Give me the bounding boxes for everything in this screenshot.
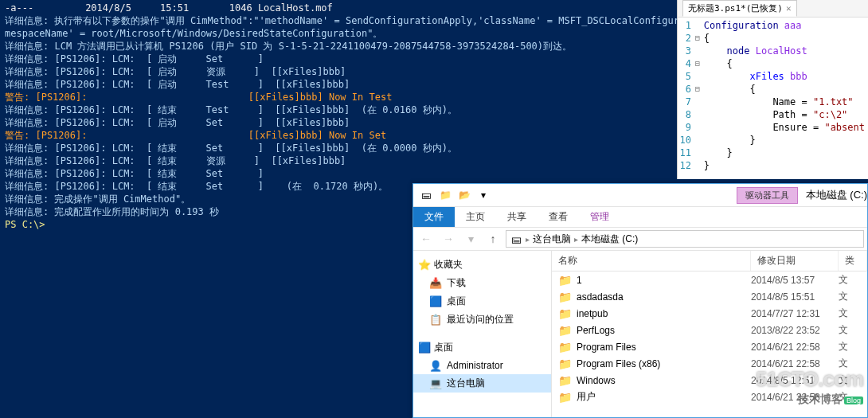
- col-name[interactable]: 名称: [552, 251, 751, 271]
- code-text[interactable]: Configuration aaa{ node LocalHost { xFil…: [701, 18, 868, 177]
- file-type: 文: [839, 307, 867, 320]
- crumb-drive[interactable]: 本地磁盘 (C:): [581, 232, 638, 246]
- window-title: 本地磁盘 (C:): [806, 188, 867, 202]
- file-date: 2013/8/22 23:52: [751, 325, 839, 336]
- props-icon[interactable]: ▾: [475, 187, 491, 203]
- file-explorer: 🖴 📁 📂 ▾ 驱动器工具 本地磁盘 (C:) 文件 主页 共享 查看 管理 ←…: [412, 183, 868, 418]
- tab-title: 无标题3.ps1*(已恢复): [688, 2, 783, 14]
- up-button[interactable]: ↑: [483, 229, 502, 248]
- nav-favorites[interactable]: ⭐收藏夹: [413, 256, 551, 274]
- file-pane: 名称 修改日期 类 📁12014/8/5 13:57文📁asdadasda201…: [552, 251, 867, 417]
- nav-admin[interactable]: 👤Administrator: [413, 357, 551, 374]
- nav-desktop[interactable]: 🟦桌面: [413, 292, 551, 311]
- file-name: 1: [577, 275, 582, 286]
- file-date: 2014/6/21 22:58: [751, 392, 839, 403]
- file-type: 文: [839, 273, 867, 287]
- file-name: Windows: [577, 375, 616, 386]
- editor-tabs: 无标题3.ps1*(已恢复) ✕: [678, 0, 868, 18]
- drive-icon: 🖴: [510, 232, 522, 245]
- line-gutter: 123456789101112: [678, 18, 694, 177]
- tab-file[interactable]: 文件: [413, 207, 455, 227]
- desktop-icon: 🟦: [418, 342, 431, 354]
- pc-icon: 💻: [429, 377, 442, 390]
- open-icon[interactable]: 📂: [456, 187, 472, 203]
- file-type: 文: [839, 323, 867, 337]
- table-row[interactable]: 📁Program Files2014/6/21 22:58文: [552, 338, 867, 355]
- file-date: 2014/8/5 12:51: [751, 375, 839, 386]
- fold-gutter[interactable]: ⊟ ⊟ ⊟: [694, 18, 701, 177]
- star-icon: ⭐: [418, 259, 431, 272]
- desktop-icon: 🟦: [429, 295, 442, 308]
- back-button[interactable]: ←: [416, 229, 436, 248]
- explorer-titlebar[interactable]: 🖴 📁 📂 ▾ 驱动器工具 本地磁盘 (C:): [413, 184, 867, 206]
- chevron-right-icon[interactable]: ▸: [574, 235, 578, 244]
- folder-icon: 📁: [558, 357, 572, 370]
- folder-icon[interactable]: 📁: [437, 187, 453, 203]
- file-name: Program Files: [577, 342, 636, 353]
- tab-manage[interactable]: 管理: [579, 207, 620, 227]
- file-type: 文: [839, 373, 867, 387]
- nav-recent[interactable]: 📋最近访问的位置: [413, 311, 551, 329]
- folder-icon: 📁: [558, 274, 572, 287]
- file-date: 2014/7/27 12:31: [751, 308, 839, 319]
- download-icon: 📥: [429, 277, 442, 290]
- quick-launch: 🖴 📁 📂 ▾: [413, 187, 496, 203]
- file-type: 文: [839, 290, 867, 303]
- ise-editor: 无标题3.ps1*(已恢复) ✕ 123456789101112 ⊟ ⊟ ⊟ C…: [677, 0, 868, 179]
- folder-icon: 📁: [558, 341, 572, 354]
- tab-home[interactable]: 主页: [455, 207, 496, 227]
- drive-tools-tab[interactable]: 驱动器工具: [737, 187, 798, 204]
- folder-icon: 📁: [558, 307, 572, 320]
- table-row[interactable]: 📁Windows2014/8/5 12:51文: [552, 372, 867, 389]
- user-icon: 👤: [429, 359, 442, 372]
- file-name: asdadasda: [577, 291, 624, 303]
- chevron-right-icon[interactable]: ▸: [526, 235, 530, 244]
- nav-desktop-head[interactable]: 🟦桌面: [413, 338, 551, 357]
- address-bar[interactable]: 🖴 ▸ 这台电脑 ▸ 本地磁盘 (C:): [506, 230, 864, 248]
- folder-icon: 📁: [558, 324, 572, 337]
- col-type[interactable]: 类: [839, 251, 867, 271]
- table-row[interactable]: 📁12014/8/5 13:57文: [552, 272, 867, 288]
- column-headers[interactable]: 名称 修改日期 类: [552, 251, 867, 272]
- file-date: 2014/6/21 22:58: [751, 358, 839, 369]
- table-row[interactable]: 📁asdadasda2014/8/5 15:51文: [552, 288, 867, 305]
- folder-icon: 📁: [558, 291, 572, 303]
- crumb-pc[interactable]: 这台电脑: [533, 232, 571, 246]
- table-row[interactable]: 📁用户2014/6/21 22:58文: [552, 389, 867, 405]
- file-type: 文: [839, 390, 867, 404]
- table-row[interactable]: 📁PerfLogs2013/8/22 23:52文: [552, 322, 867, 338]
- forward-button[interactable]: →: [439, 229, 458, 248]
- table-row[interactable]: 📁Program Files (x86)2014/6/21 22:58文: [552, 355, 867, 372]
- nav-row: ← → ▾ ↑ 🖴 ▸ 这台电脑 ▸ 本地磁盘 (C:): [413, 227, 867, 251]
- close-icon[interactable]: ✕: [786, 3, 792, 14]
- file-name: inetpub: [577, 308, 608, 319]
- nav-pane[interactable]: ⭐收藏夹 📥下载 🟦桌面 📋最近访问的位置 🟦桌面 👤Administrator…: [413, 251, 552, 417]
- ribbon: 文件 主页 共享 查看 管理: [413, 206, 867, 227]
- recent-icon: 📋: [429, 314, 442, 326]
- file-type: 文: [839, 340, 867, 354]
- nav-downloads[interactable]: 📥下载: [413, 274, 551, 292]
- nav-thispc[interactable]: 💻这台电脑: [413, 374, 551, 393]
- file-name: Program Files (x86): [577, 358, 660, 369]
- code-area[interactable]: 123456789101112 ⊟ ⊟ ⊟ Configuration aaa{…: [678, 18, 868, 177]
- drive-icon: 🖴: [418, 187, 434, 203]
- tab-share[interactable]: 共享: [496, 207, 538, 227]
- file-date: 2014/6/21 22:58: [751, 342, 839, 353]
- file-type: 文: [839, 357, 867, 370]
- history-button[interactable]: ▾: [461, 229, 480, 248]
- col-date[interactable]: 修改日期: [751, 251, 839, 271]
- folder-icon: 📁: [558, 374, 572, 387]
- file-name: 用户: [577, 390, 596, 404]
- table-row[interactable]: 📁inetpub2014/7/27 12:31文: [552, 305, 867, 322]
- file-name: PerfLogs: [577, 325, 615, 336]
- file-list[interactable]: 📁12014/8/5 13:57文📁asdadasda2014/8/5 15:5…: [552, 272, 867, 405]
- tab-view[interactable]: 查看: [538, 207, 579, 227]
- file-date: 2014/8/5 13:57: [751, 275, 839, 286]
- editor-tab[interactable]: 无标题3.ps1*(已恢复) ✕: [682, 0, 797, 17]
- folder-icon: 📁: [558, 391, 572, 404]
- file-date: 2014/8/5 15:51: [751, 291, 839, 303]
